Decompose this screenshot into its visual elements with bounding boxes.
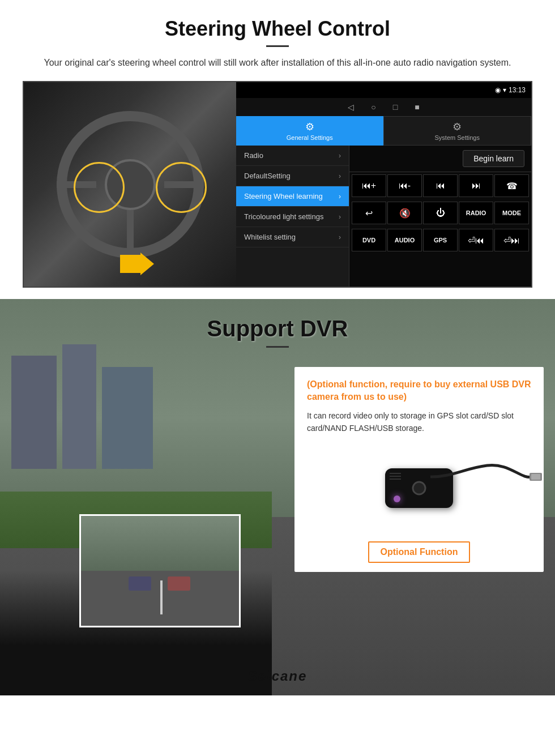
- system-icon: ⚙: [452, 121, 462, 133]
- settings-menu: Radio › DefaultSetting › Steering Wheel …: [236, 146, 349, 287]
- dvr-thumbnail: [79, 514, 241, 627]
- dvr-title-area: Support DVR: [0, 299, 555, 358]
- brand-watermark: Seicane: [248, 668, 308, 684]
- tab-general-label: General Settings: [287, 134, 333, 141]
- menu-item-radio[interactable]: Radio ›: [236, 146, 349, 166]
- ctrl-radio[interactable]: RADIO: [459, 202, 493, 224]
- brand-name: Seicane: [248, 668, 308, 684]
- begin-learn-row: Begin learn: [349, 146, 531, 172]
- dvr-section: Support DVR (Optional function, require …: [0, 299, 555, 695]
- highlight-circle-left: [74, 162, 125, 213]
- menu-arrow-radio: ›: [339, 152, 341, 160]
- spoke-bottom: [127, 210, 134, 255]
- ctrl-call-prev[interactable]: ⏎⏮: [459, 229, 493, 251]
- menu-steering-label: Steering Wheel learning: [244, 192, 323, 200]
- control-grid-row1: ⏮+ ⏮- ⏮ ⏭ ☎: [349, 172, 531, 199]
- menu-item-tricoloured[interactable]: Tricoloured light settings ›: [236, 207, 349, 227]
- ctrl-next[interactable]: ⏭: [459, 174, 493, 197]
- mockup-container: ◉ ▾ 13:13 ◁ ○ □ ■ ⚙ General Settings ⚙: [23, 81, 532, 288]
- ctrl-gps[interactable]: GPS: [423, 229, 458, 251]
- ctrl-mode[interactable]: MODE: [494, 202, 529, 224]
- ctrl-phone[interactable]: ☎: [494, 174, 529, 197]
- dvr-description: It can record video only to storage in G…: [307, 409, 531, 435]
- menu-arrow-whitelist: ›: [339, 233, 341, 241]
- menu-item-steering[interactable]: Steering Wheel learning ›: [236, 186, 349, 207]
- signal-icon: ◉: [495, 86, 501, 94]
- tab-system-label: System Settings: [435, 134, 480, 141]
- menu-default-label: DefaultSetting: [244, 172, 291, 180]
- highlight-circle-right: [156, 162, 207, 213]
- building-1: [11, 356, 57, 469]
- gear-icon: ⚙: [305, 121, 314, 133]
- dvr-info-card: (Optional function, require to buy exter…: [294, 367, 544, 572]
- road-line: [160, 580, 163, 614]
- building-3: [102, 367, 153, 469]
- begin-learn-button[interactable]: Begin learn: [463, 150, 524, 167]
- thumb-sky: [81, 516, 239, 571]
- menu-whitelist-label: Whitelist setting: [244, 233, 296, 241]
- dvr-title: Support DVR: [0, 316, 555, 341]
- camera-vents: [390, 473, 401, 480]
- control-grid-row3: DVD AUDIO GPS ⏎⏮ ⏎⏭: [349, 227, 531, 254]
- menu-arrow-default: ›: [339, 172, 341, 180]
- steering-section: Steering Wheel Control Your original car…: [0, 0, 555, 299]
- optional-text: (Optional function, require to buy exter…: [307, 378, 531, 404]
- title-divider: [266, 45, 289, 47]
- menu-item-default[interactable]: DefaultSetting ›: [236, 166, 349, 186]
- menu-arrow-tricoloured: ›: [339, 213, 341, 221]
- optional-function-badge: Optional Function: [368, 541, 471, 563]
- steering-photo: [24, 82, 236, 287]
- back-icon[interactable]: ◁: [348, 102, 354, 112]
- recents-icon[interactable]: □: [393, 102, 398, 112]
- tab-general-settings[interactable]: ⚙ General Settings: [236, 116, 383, 146]
- menu-item-whitelist[interactable]: Whitelist setting ›: [236, 227, 349, 247]
- android-content: Radio › DefaultSetting › Steering Wheel …: [236, 146, 531, 287]
- ctrl-mute[interactable]: 🔇: [387, 202, 422, 224]
- dvr-divider: [266, 346, 289, 348]
- android-ui: ◉ ▾ 13:13 ◁ ○ □ ■ ⚙ General Settings ⚙: [236, 82, 531, 287]
- ctrl-vol-down[interactable]: ⏮-: [387, 174, 422, 197]
- menu-radio-label: Radio: [244, 151, 263, 160]
- camera-lens: [412, 481, 426, 495]
- time-display: 13:13: [509, 86, 526, 94]
- ctrl-dvd[interactable]: DVD: [352, 229, 386, 251]
- control-panel: Begin learn ⏮+ ⏮- ⏮ ⏭ ☎ ↩ 🔇 ⏻: [349, 146, 531, 287]
- settings-tabs: ⚙ General Settings ⚙ System Settings: [236, 116, 531, 146]
- ctrl-audio[interactable]: AUDIO: [387, 229, 422, 251]
- wifi-icon: ▾: [503, 86, 506, 94]
- home-icon[interactable]: ○: [371, 102, 375, 112]
- camera-light: [394, 496, 400, 502]
- ctrl-hangup[interactable]: ↩: [352, 202, 386, 224]
- cable-svg: [430, 457, 544, 502]
- building-2: [62, 344, 96, 469]
- control-grid-row2: ↩ 🔇 ⏻ RADIO MODE: [349, 199, 531, 227]
- thumb-car-1: [129, 576, 151, 591]
- steering-wheel: [57, 111, 204, 258]
- status-bar: ◉ ▾ 13:13: [236, 82, 531, 98]
- subtitle-text: Your original car's steering wheel contr…: [34, 56, 521, 70]
- optional-badge-container: Optional Function: [307, 541, 531, 563]
- menu-tricoloured-label: Tricoloured light settings: [244, 212, 323, 221]
- ctrl-call-next[interactable]: ⏎⏭: [494, 229, 529, 251]
- camera-image: [307, 443, 531, 533]
- ctrl-vol-up[interactable]: ⏮+: [352, 174, 386, 197]
- thumb-car-2: [168, 576, 190, 591]
- menu-arrow-steering: ›: [339, 193, 341, 200]
- svg-rect-1: [531, 474, 540, 480]
- ctrl-power[interactable]: ⏻: [423, 202, 458, 224]
- ctrl-prev[interactable]: ⏮: [423, 174, 458, 197]
- menu-icon[interactable]: ■: [415, 102, 419, 112]
- page-title: Steering Wheel Control: [23, 17, 532, 41]
- status-icons: ◉ ▾ 13:13: [495, 86, 526, 94]
- camera-illustration: [385, 468, 453, 508]
- tab-system-settings[interactable]: ⚙ System Settings: [383, 116, 532, 146]
- nav-bar: ◁ ○ □ ■: [236, 98, 531, 116]
- thumb-road: [81, 571, 239, 626]
